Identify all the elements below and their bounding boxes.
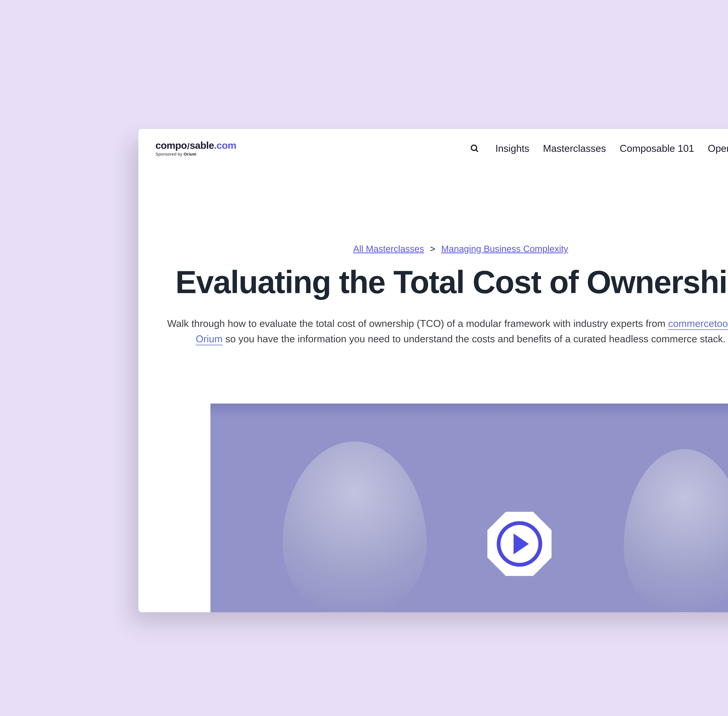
nav-item-open-source[interactable]: Open Source	[708, 143, 728, 154]
logo-wordmark: compo / sable .com	[156, 140, 236, 150]
intro-text-pre: Walk through how to evaluate the total c…	[167, 318, 668, 329]
logo-text-compo: compo	[156, 140, 187, 150]
breadcrumb-separator: >	[430, 244, 435, 254]
play-button[interactable]	[485, 510, 554, 578]
logo-slash-icon: /	[187, 142, 189, 150]
search-icon	[470, 144, 479, 153]
video-thumbnail[interactable]	[210, 404, 728, 612]
nav-item-composable-101[interactable]: Composable 101	[619, 143, 694, 154]
logo-subline: Sponsored by Orium	[156, 152, 236, 156]
logo-text-sable: sable	[190, 140, 214, 150]
nav-item-masterclasses[interactable]: Masterclasses	[543, 143, 606, 154]
svg-point-0	[471, 145, 477, 150]
logo-subline-brand: Orium	[183, 152, 196, 156]
page-card: compo / sable .com Sponsored by Orium In…	[138, 129, 728, 612]
intro-text-post: so you have the information you need to …	[222, 333, 726, 344]
primary-nav: Insights Masterclasses Composable 101 Op…	[495, 143, 728, 154]
breadcrumb-link-managing-business-complexity[interactable]: Managing Business Complexity	[441, 244, 568, 254]
breadcrumb-link-all-masterclasses[interactable]: All Masterclasses	[353, 244, 424, 254]
intro-link-orium[interactable]: Orium	[196, 333, 222, 345]
play-icon	[513, 534, 529, 554]
page-title: Evaluating the Total Cost of Ownership	[138, 265, 728, 299]
search-button[interactable]	[469, 143, 480, 154]
svg-line-1	[476, 150, 478, 152]
logo-text-dotcom: .com	[214, 140, 236, 150]
nav-item-insights[interactable]: Insights	[495, 143, 529, 154]
breadcrumb: All Masterclasses > Managing Business Co…	[138, 244, 728, 254]
logo-subline-prefix: Sponsored by	[156, 152, 183, 156]
intro-link-commercetools[interactable]: commercetools	[668, 318, 728, 330]
site-header: compo / sable .com Sponsored by Orium In…	[138, 129, 728, 164]
page-intro: Walk through how to evaluate the total c…	[138, 316, 728, 346]
logo[interactable]: compo / sable .com Sponsored by Orium	[156, 140, 236, 156]
